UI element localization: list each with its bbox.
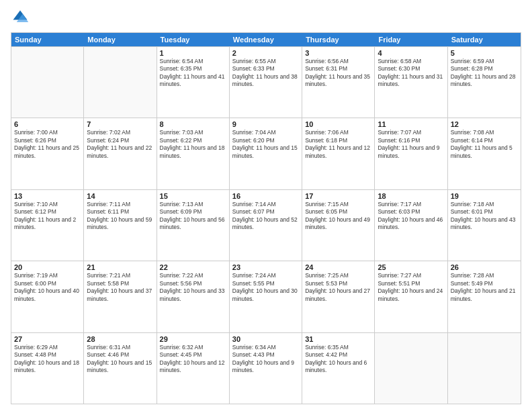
day-number: 11	[378, 120, 444, 128]
day-info: Sunrise: 6:59 AM Sunset: 6:28 PM Dayligh…	[451, 58, 518, 89]
day-cell-3: 3Sunrise: 6:56 AM Sunset: 6:31 PM Daylig…	[302, 47, 375, 118]
day-number: 27	[14, 335, 81, 343]
day-number: 23	[232, 263, 299, 271]
day-info: Sunrise: 6:56 AM Sunset: 6:31 PM Dayligh…	[305, 58, 371, 89]
day-cell-17: 17Sunrise: 7:15 AM Sunset: 6:05 PM Dayli…	[302, 190, 375, 261]
empty-cell	[375, 333, 447, 404]
header-day-saturday: Saturday	[448, 33, 521, 46]
day-info: Sunrise: 6:35 AM Sunset: 4:42 PM Dayligh…	[305, 344, 371, 375]
day-info: Sunrise: 7:06 AM Sunset: 6:18 PM Dayligh…	[305, 129, 371, 160]
day-cell-20: 20Sunrise: 7:19 AM Sunset: 6:00 PM Dayli…	[11, 261, 84, 332]
header-day-sunday: Sunday	[11, 33, 84, 46]
day-info: Sunrise: 7:28 AM Sunset: 5:49 PM Dayligh…	[451, 272, 518, 303]
page: SundayMondayTuesdayWednesdayThursdayFrid…	[0, 0, 532, 411]
day-number: 18	[378, 192, 444, 200]
day-number: 2	[232, 49, 299, 57]
calendar: SundayMondayTuesdayWednesdayThursdayFrid…	[11, 32, 521, 404]
day-cell-21: 21Sunrise: 7:21 AM Sunset: 5:58 PM Dayli…	[84, 261, 157, 332]
day-cell-10: 10Sunrise: 7:06 AM Sunset: 6:18 PM Dayli…	[302, 118, 375, 189]
day-number: 30	[232, 335, 299, 343]
calendar-header: SundayMondayTuesdayWednesdayThursdayFrid…	[11, 33, 521, 46]
header-day-friday: Friday	[375, 33, 447, 46]
day-number: 22	[160, 263, 226, 271]
day-number: 20	[14, 263, 81, 271]
day-number: 29	[160, 335, 226, 343]
day-cell-7: 7Sunrise: 7:02 AM Sunset: 6:24 PM Daylig…	[84, 118, 157, 189]
header-day-thursday: Thursday	[302, 33, 375, 46]
day-cell-8: 8Sunrise: 7:03 AM Sunset: 6:22 PM Daylig…	[157, 118, 230, 189]
day-cell-28: 28Sunrise: 6:31 AM Sunset: 4:46 PM Dayli…	[84, 333, 157, 404]
day-number: 7	[87, 120, 153, 128]
calendar-row-4: 27Sunrise: 6:29 AM Sunset: 4:48 PM Dayli…	[11, 332, 521, 404]
day-number: 8	[160, 120, 226, 128]
day-info: Sunrise: 7:18 AM Sunset: 6:01 PM Dayligh…	[451, 201, 518, 232]
day-number: 24	[305, 263, 371, 271]
header-day-wednesday: Wednesday	[230, 33, 302, 46]
day-cell-24: 24Sunrise: 7:25 AM Sunset: 5:53 PM Dayli…	[302, 261, 375, 332]
day-cell-5: 5Sunrise: 6:59 AM Sunset: 6:28 PM Daylig…	[448, 47, 521, 118]
day-number: 26	[451, 263, 518, 271]
day-info: Sunrise: 7:15 AM Sunset: 6:05 PM Dayligh…	[305, 201, 371, 232]
day-number: 15	[160, 192, 226, 200]
day-info: Sunrise: 6:34 AM Sunset: 4:43 PM Dayligh…	[232, 344, 299, 375]
logo-icon	[11, 8, 30, 27]
day-cell-25: 25Sunrise: 7:27 AM Sunset: 5:51 PM Dayli…	[375, 261, 447, 332]
calendar-row-1: 6Sunrise: 7:00 AM Sunset: 6:26 PM Daylig…	[11, 118, 521, 189]
day-info: Sunrise: 7:25 AM Sunset: 5:53 PM Dayligh…	[305, 272, 371, 303]
day-cell-23: 23Sunrise: 7:24 AM Sunset: 5:55 PM Dayli…	[230, 261, 302, 332]
day-cell-19: 19Sunrise: 7:18 AM Sunset: 6:01 PM Dayli…	[448, 190, 521, 261]
day-info: Sunrise: 6:55 AM Sunset: 6:33 PM Dayligh…	[232, 58, 299, 89]
day-number: 21	[87, 263, 153, 271]
day-cell-13: 13Sunrise: 7:10 AM Sunset: 6:12 PM Dayli…	[11, 190, 84, 261]
day-number: 19	[451, 192, 518, 200]
header-day-tuesday: Tuesday	[157, 33, 230, 46]
day-info: Sunrise: 6:32 AM Sunset: 4:45 PM Dayligh…	[160, 344, 226, 375]
header-day-monday: Monday	[84, 33, 157, 46]
day-cell-18: 18Sunrise: 7:17 AM Sunset: 6:03 PM Dayli…	[375, 190, 447, 261]
day-info: Sunrise: 7:13 AM Sunset: 6:09 PM Dayligh…	[160, 201, 226, 232]
day-cell-4: 4Sunrise: 6:58 AM Sunset: 6:30 PM Daylig…	[375, 47, 447, 118]
day-info: Sunrise: 7:22 AM Sunset: 5:56 PM Dayligh…	[160, 272, 226, 303]
day-number: 16	[232, 192, 299, 200]
day-info: Sunrise: 6:31 AM Sunset: 4:46 PM Dayligh…	[87, 344, 153, 375]
day-info: Sunrise: 6:58 AM Sunset: 6:30 PM Dayligh…	[378, 58, 444, 89]
day-number: 28	[87, 335, 153, 343]
header	[11, 8, 521, 27]
day-info: Sunrise: 7:19 AM Sunset: 6:00 PM Dayligh…	[14, 272, 81, 303]
day-cell-30: 30Sunrise: 6:34 AM Sunset: 4:43 PM Dayli…	[230, 333, 302, 404]
day-number: 9	[232, 120, 299, 128]
logo	[11, 8, 32, 27]
day-info: Sunrise: 7:00 AM Sunset: 6:26 PM Dayligh…	[14, 129, 81, 160]
day-info: Sunrise: 7:02 AM Sunset: 6:24 PM Dayligh…	[87, 129, 153, 160]
day-info: Sunrise: 7:07 AM Sunset: 6:16 PM Dayligh…	[378, 129, 444, 160]
empty-cell	[84, 47, 157, 118]
day-cell-31: 31Sunrise: 6:35 AM Sunset: 4:42 PM Dayli…	[302, 333, 375, 404]
day-cell-12: 12Sunrise: 7:08 AM Sunset: 6:14 PM Dayli…	[448, 118, 521, 189]
day-info: Sunrise: 7:17 AM Sunset: 6:03 PM Dayligh…	[378, 201, 444, 232]
day-number: 5	[451, 49, 518, 57]
day-cell-14: 14Sunrise: 7:11 AM Sunset: 6:11 PM Dayli…	[84, 190, 157, 261]
day-number: 31	[305, 335, 371, 343]
day-cell-26: 26Sunrise: 7:28 AM Sunset: 5:49 PM Dayli…	[448, 261, 521, 332]
day-info: Sunrise: 6:29 AM Sunset: 4:48 PM Dayligh…	[14, 344, 81, 375]
day-info: Sunrise: 6:54 AM Sunset: 6:35 PM Dayligh…	[160, 58, 226, 89]
day-info: Sunrise: 7:14 AM Sunset: 6:07 PM Dayligh…	[232, 201, 299, 232]
day-cell-27: 27Sunrise: 6:29 AM Sunset: 4:48 PM Dayli…	[11, 333, 84, 404]
empty-cell	[448, 333, 521, 404]
day-cell-15: 15Sunrise: 7:13 AM Sunset: 6:09 PM Dayli…	[157, 190, 230, 261]
day-number: 4	[378, 49, 444, 57]
day-cell-29: 29Sunrise: 6:32 AM Sunset: 4:45 PM Dayli…	[157, 333, 230, 404]
day-cell-1: 1Sunrise: 6:54 AM Sunset: 6:35 PM Daylig…	[157, 47, 230, 118]
day-info: Sunrise: 7:10 AM Sunset: 6:12 PM Dayligh…	[14, 201, 81, 232]
day-cell-16: 16Sunrise: 7:14 AM Sunset: 6:07 PM Dayli…	[230, 190, 302, 261]
day-info: Sunrise: 7:04 AM Sunset: 6:20 PM Dayligh…	[232, 129, 299, 160]
day-info: Sunrise: 7:24 AM Sunset: 5:55 PM Dayligh…	[232, 272, 299, 303]
day-number: 10	[305, 120, 371, 128]
day-number: 14	[87, 192, 153, 200]
day-info: Sunrise: 7:03 AM Sunset: 6:22 PM Dayligh…	[160, 129, 226, 160]
day-number: 1	[160, 49, 226, 57]
calendar-row-0: 1Sunrise: 6:54 AM Sunset: 6:35 PM Daylig…	[11, 46, 521, 118]
day-number: 25	[378, 263, 444, 271]
day-cell-2: 2Sunrise: 6:55 AM Sunset: 6:33 PM Daylig…	[230, 47, 302, 118]
calendar-row-2: 13Sunrise: 7:10 AM Sunset: 6:12 PM Dayli…	[11, 189, 521, 261]
